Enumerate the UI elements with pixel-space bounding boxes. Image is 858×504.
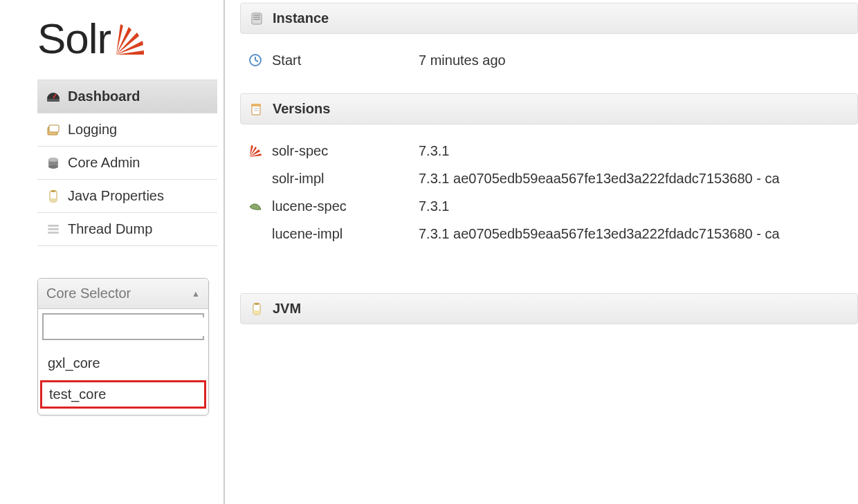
instance-start-value: 7 minutes ago xyxy=(419,53,506,68)
row-label: lucene-impl xyxy=(272,226,410,242)
java-properties-icon xyxy=(46,189,61,204)
svg-point-8 xyxy=(48,158,58,162)
row-label: solr-spec xyxy=(272,143,410,159)
logo-text: Solr xyxy=(37,14,111,63)
svg-rect-11 xyxy=(51,190,55,192)
versions-title: Versions xyxy=(273,101,330,117)
core-selector: Core Selector ▲ gxl_core test_core xyxy=(37,278,209,416)
caret-up-icon: ▲ xyxy=(192,289,200,299)
nav-label: Dashboard xyxy=(68,88,140,104)
jvm-icon xyxy=(249,301,264,317)
thread-dump-icon xyxy=(46,222,61,237)
nav-item-java-properties[interactable]: Java Properties xyxy=(37,180,217,213)
versions-panel-body: solr-spec 7.3.1 solr-impl 7.3.1 ae0705ed… xyxy=(240,124,858,265)
main-content: Instance Start 7 minutes ago xyxy=(225,0,858,504)
blank-icon xyxy=(247,170,264,187)
sidebar: Solr xyxy=(0,0,225,504)
clock-icon xyxy=(247,52,264,68)
row-value: 7.3.1 xyxy=(419,143,449,159)
solr-logo-icon xyxy=(108,17,144,53)
instance-panel-body: Start 7 minutes ago xyxy=(240,34,858,92)
svg-rect-14 xyxy=(48,232,59,234)
row-value: 7.3.1 xyxy=(419,198,449,214)
svg-rect-29 xyxy=(253,310,260,315)
versions-row-lucene-impl: lucene-impl 7.3.1 ae0705edb59eaa567fe13e… xyxy=(243,220,855,248)
nav-label: Thread Dump xyxy=(68,221,152,237)
nav-item-logging[interactable]: Logging xyxy=(37,113,217,147)
nav-item-core-admin[interactable]: Core Admin xyxy=(37,147,217,180)
svg-rect-13 xyxy=(48,228,59,230)
versions-row-lucene-spec: lucene-spec 7.3.1 xyxy=(243,192,855,220)
jvm-title: JVM xyxy=(273,301,301,317)
row-label: lucene-spec xyxy=(272,198,410,214)
core-selector-toggle[interactable]: Core Selector ▲ xyxy=(38,279,208,309)
nav-label: Logging xyxy=(68,122,117,138)
svg-rect-3 xyxy=(49,125,59,132)
versions-row-solr-spec: solr-spec 7.3.1 xyxy=(243,137,855,165)
instance-start-label: Start xyxy=(272,53,410,68)
core-search-input[interactable] xyxy=(48,317,209,336)
svg-rect-25 xyxy=(251,104,261,106)
core-item-gxl_core[interactable]: gxl_core xyxy=(38,348,208,378)
core-item-label: gxl_core xyxy=(48,355,100,371)
svg-rect-10 xyxy=(50,198,57,202)
svg-rect-12 xyxy=(48,225,59,227)
server-icon xyxy=(249,11,264,26)
row-label: solr-impl xyxy=(272,171,410,187)
instance-panel-header: Instance xyxy=(240,3,858,34)
core-item-test_core[interactable]: test_core xyxy=(39,380,207,409)
svg-rect-19 xyxy=(253,17,260,18)
logo: Solr xyxy=(0,0,223,80)
svg-rect-0 xyxy=(47,99,60,102)
svg-rect-18 xyxy=(253,15,260,16)
core-item-label: test_core xyxy=(49,386,106,402)
core-selector-title: Core Selector xyxy=(46,286,131,301)
instance-title: Instance xyxy=(273,10,329,26)
nav-label: Core Admin xyxy=(68,155,140,171)
nav-item-thread-dump[interactable]: Thread Dump xyxy=(37,213,217,245)
lucene-icon xyxy=(247,198,264,214)
svg-rect-24 xyxy=(252,105,260,115)
nav-menu: Dashboard Logging xyxy=(37,80,217,246)
versions-row-solr-impl: solr-impl 7.3.1 ae0705edb59eaa567fe13ed3… xyxy=(243,165,855,192)
svg-rect-20 xyxy=(253,19,260,20)
blank-icon xyxy=(247,225,264,242)
jvm-panel-header: JVM xyxy=(240,293,858,324)
svg-rect-30 xyxy=(255,303,259,305)
dashboard-icon xyxy=(46,89,61,104)
core-list: gxl_core test_core xyxy=(38,344,208,415)
row-value: 7.3.1 ae0705edb59eaa567fe13ed3a222fdadc7… xyxy=(419,226,780,242)
core-admin-icon xyxy=(46,156,61,171)
versions-panel-header: Versions xyxy=(240,93,858,124)
solr-icon xyxy=(247,142,264,159)
core-search-box xyxy=(42,313,204,340)
nav-item-dashboard[interactable]: Dashboard xyxy=(37,80,217,113)
nav-label: Java Properties xyxy=(68,188,164,204)
logging-icon xyxy=(46,122,61,138)
instance-start-row: Start 7 minutes ago xyxy=(243,46,855,74)
row-value: 7.3.1 ae0705edb59eaa567fe13ed3a222fdadc7… xyxy=(419,171,780,187)
versions-icon xyxy=(249,102,264,117)
